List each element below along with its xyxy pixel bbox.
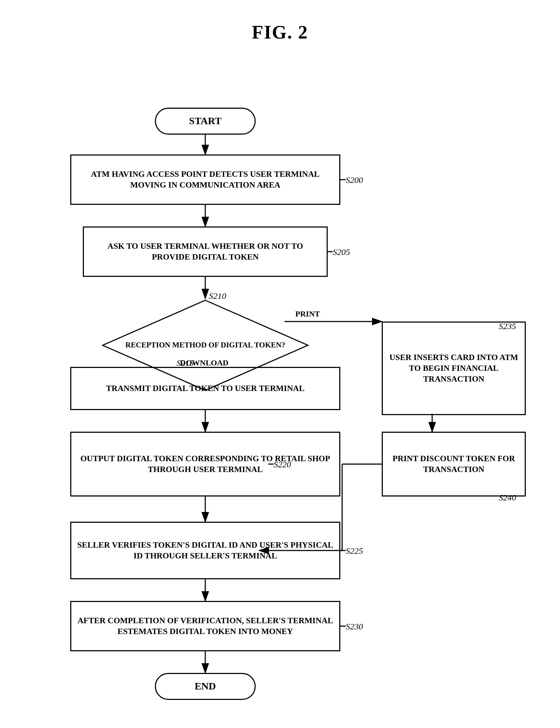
page-title: FIG. 2 — [0, 0, 560, 43]
s225-label: S225 — [346, 546, 363, 556]
s235-label: S235 — [499, 322, 516, 331]
print-label: PRINT — [295, 309, 320, 319]
s215-box: TRANSMIT DIGITAL TOKEN TO USER TERMINAL — [70, 367, 340, 410]
s200-label: S200 — [346, 175, 363, 185]
s220-label: S220 — [274, 460, 291, 469]
s235-box: USER INSERTS CARD INTO ATM TO BEGIN FINA… — [382, 322, 526, 415]
s230-box: AFTER COMPLETION OF VERIFICATION, SELLER… — [70, 601, 340, 651]
s225-box: SELLER VERIFIES TOKEN'S DIGITAL ID AND U… — [70, 522, 340, 579]
start-node: START — [155, 108, 256, 135]
s220-box: OUTPUT DIGITAL TOKEN CORRESPONDING TO RE… — [70, 432, 340, 496]
s205-label: S205 — [333, 247, 350, 257]
s230-label: S230 — [346, 622, 363, 632]
s240-box: PRINT DISCOUNT TOKEN FOR TRANSACTION — [382, 432, 526, 496]
s200-box: ATM HAVING ACCESS POINT DETECTS USER TER… — [70, 154, 340, 205]
end-node: END — [155, 673, 256, 700]
s205-box: ASK TO USER TERMINAL WHETHER OR NOT TO P… — [83, 226, 328, 277]
s215-label: S215 — [176, 358, 194, 368]
s240-label: S240 — [499, 493, 516, 503]
